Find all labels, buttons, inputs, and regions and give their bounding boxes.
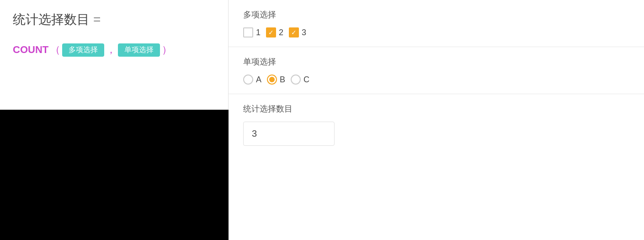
multi-choice-title: 多项选择 [243,9,629,20]
tag-single[interactable]: 单项选择 [118,43,160,57]
tag-multi[interactable]: 多项选择 [62,43,104,57]
checkbox-label-2: 2 [279,28,283,37]
result-value: 3 [252,128,257,139]
radio-A[interactable] [243,75,253,85]
title-equals: = [93,12,101,27]
checkbox-2[interactable] [266,27,276,37]
result-section-title: 统计选择数目 [243,103,629,114]
checkbox-label-3: 3 [302,28,306,37]
radio-label-C: C [303,75,309,85]
page-title: 统计选择数目 = [13,11,215,28]
formula-close-paren: ） [162,43,172,57]
result-box: 3 [243,122,335,146]
radio-item-C: C [291,75,309,85]
checkbox-row: 1 2 3 [243,27,629,37]
formula-line: COUNT （ 多项选择 ， 单项选择 ） [13,43,215,57]
radio-label-B: B [280,75,285,85]
radio-item-B: B [267,75,285,85]
left-panel: 统计选择数目 = COUNT （ 多项选择 ， 单项选择 ） [0,0,229,240]
radio-C[interactable] [291,75,301,85]
result-section: 统计选择数目 3 [229,94,644,155]
left-bottom-black-area [0,110,229,240]
single-choice-title: 单项选择 [243,56,629,67]
checkbox-item-3: 3 [289,27,306,37]
right-panel: 多项选择 1 2 3 单项选择 A [229,0,644,240]
checkbox-1[interactable] [243,27,253,37]
radio-item-A: A [243,75,261,85]
formula-open-paren: （ [50,43,60,57]
checkbox-item-2: 2 [266,27,283,37]
formula-comma: ， [106,43,116,57]
checkbox-label-1: 1 [256,28,261,37]
radio-B[interactable] [267,75,277,85]
title-text: 统计选择数目 [13,11,90,28]
checkbox-item-1: 1 [243,27,261,37]
checkbox-3[interactable] [289,27,299,37]
radio-row: A B C [243,75,629,85]
single-choice-section: 单项选择 A B C [229,47,644,94]
radio-label-A: A [256,75,261,85]
formula-keyword: COUNT [13,44,48,56]
multi-choice-section: 多项选择 1 2 3 [229,0,644,47]
